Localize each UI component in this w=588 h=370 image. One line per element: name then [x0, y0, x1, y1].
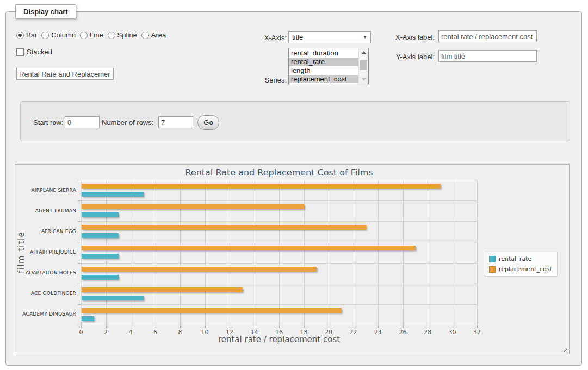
x-tick-label: 24: [370, 329, 386, 336]
category-label: AFRICAN EGG: [15, 229, 76, 234]
series-option-length[interactable]: length: [289, 66, 359, 75]
bar-replacement_cost: [82, 308, 342, 313]
grid-line-horizontal: [81, 304, 477, 305]
bar-rental_rate: [82, 316, 94, 321]
grid-line-vertical: [304, 180, 305, 325]
scroll-up-button[interactable]: [359, 48, 368, 57]
grid-line-vertical: [255, 180, 255, 325]
arrow-down-icon: [362, 78, 366, 81]
grid-line-vertical: [156, 180, 156, 325]
scroll-down-button[interactable]: [359, 76, 368, 84]
radio-label-bar[interactable]: Bar: [26, 31, 37, 39]
legend-label-replacement_cost: replacement_cost: [499, 266, 552, 273]
bar-rental_rate: [82, 296, 144, 300]
number-of-rows-label: Number of rows:: [102, 118, 156, 127]
legend-item-rental_rate[interactable]: rental_rate: [489, 255, 552, 262]
legend-swatch-replacement_cost: [489, 266, 496, 273]
category-label: AGENT TRUMAN: [15, 208, 76, 214]
chart-type-line: Line: [80, 31, 103, 39]
number-of-rows-input[interactable]: [158, 116, 193, 128]
chart: Rental Rate and Replacement Cost of Film…: [15, 164, 570, 354]
radio-spline[interactable]: [108, 32, 115, 39]
y-tick-mark: [78, 242, 81, 242]
bar-rental_rate: [82, 254, 119, 259]
bar-replacement_cost: [82, 246, 416, 250]
x-axis-caption-input[interactable]: [438, 30, 537, 42]
x-tick-label: 14: [246, 329, 263, 336]
grid-line-horizontal: [81, 180, 477, 180]
y-tick-mark: [78, 284, 81, 284]
resize-grip[interactable]: [561, 346, 567, 352]
stacked-checkbox[interactable]: [16, 48, 24, 56]
grid-line-vertical: [354, 180, 354, 325]
bar-rental_rate: [82, 192, 144, 197]
x-axis-label: X-Axis:: [247, 34, 287, 42]
radio-label-area[interactable]: Area: [151, 31, 166, 39]
x-axis-select[interactable]: title ▼: [288, 31, 371, 43]
grid-line-vertical: [106, 180, 107, 325]
grid-line-vertical: [428, 180, 428, 325]
x-tick-label: 30: [444, 329, 461, 336]
radio-label-line[interactable]: Line: [90, 31, 103, 39]
series-scrollbar[interactable]: [358, 48, 368, 84]
page: { "icons": { "select_arrow": "▼" }, "col…: [0, 0, 588, 370]
scrollbar-thumb[interactable]: [360, 60, 367, 70]
x-tick-label: 0: [73, 329, 89, 336]
radio-label-column[interactable]: Column: [51, 31, 76, 39]
grid-line-vertical: [477, 180, 478, 325]
grid-line-vertical: [403, 180, 404, 325]
grid-line-vertical: [279, 180, 280, 325]
y-tick-mark: [78, 180, 81, 180]
series-listbox: rental_durationrental_ratelengthreplacem…: [288, 48, 369, 84]
bar-rental_rate: [82, 212, 119, 217]
chart-type-radios: BarColumnLineSplineArea: [16, 31, 166, 39]
bar-rental_rate: [82, 233, 119, 238]
chart-type-spline: Spline: [108, 31, 137, 39]
x-tick-label: 32: [469, 329, 485, 336]
grid-line-vertical: [205, 180, 206, 325]
x-tick-label: 26: [395, 329, 411, 336]
radio-label-spline[interactable]: Spline: [117, 31, 137, 39]
series-option-replacement_cost[interactable]: replacement_cost: [289, 75, 359, 83]
stacked-label[interactable]: Stacked: [27, 48, 52, 56]
x-tick-label: 16: [271, 329, 287, 336]
fieldset-legend: Display chart: [15, 4, 76, 19]
chart-type-area: Area: [141, 31, 166, 39]
grid-line-horizontal: [81, 200, 477, 201]
start-row-input[interactable]: [65, 116, 100, 128]
x-tick-label: 22: [345, 329, 362, 336]
chart-type-column: Column: [41, 31, 76, 39]
y-axis-caption-label: Y-Axis label:: [387, 53, 435, 61]
radio-column[interactable]: [41, 32, 49, 39]
arrow-up-icon: [362, 51, 366, 54]
category-label: ACE GOLDFINGER: [15, 291, 76, 296]
bar-replacement_cost: [82, 225, 366, 230]
chart-title-input[interactable]: [16, 68, 114, 80]
x-tick-label: 28: [419, 329, 436, 336]
y-tick-mark: [78, 304, 81, 305]
series-option-rental_rate[interactable]: rental_rate: [289, 58, 359, 66]
radio-area[interactable]: [141, 32, 149, 39]
grid-line-vertical: [453, 180, 453, 325]
y-tick-mark: [78, 263, 81, 264]
legend-label-rental_rate: rental_rate: [499, 255, 531, 262]
x-tick-label: 12: [221, 329, 238, 336]
grid-line-horizontal: [81, 284, 477, 284]
grid-line-vertical: [131, 180, 131, 325]
bar-replacement_cost: [82, 184, 441, 189]
y-axis-caption-input[interactable]: [438, 50, 537, 62]
bar-rental_rate: [82, 275, 119, 280]
legend-swatch-rental_rate: [489, 256, 496, 262]
x-axis-title: rental rate / replacement cost: [81, 335, 477, 344]
category-label: AIRPLANE SIERRA: [15, 187, 76, 193]
radio-line[interactable]: [80, 32, 88, 39]
go-button[interactable]: Go: [197, 115, 219, 130]
grid-line-vertical: [378, 180, 379, 325]
series-option-rental_duration[interactable]: rental_duration: [289, 49, 359, 58]
grid-line-vertical: [81, 180, 82, 325]
chart-title: Rental Rate and Replacement Cost of Film…: [81, 167, 477, 178]
x-tick-label: 10: [197, 329, 213, 336]
radio-bar[interactable]: [16, 32, 24, 39]
grid-line-horizontal: [81, 242, 477, 242]
legend-item-replacement_cost[interactable]: replacement_cost: [489, 266, 552, 273]
